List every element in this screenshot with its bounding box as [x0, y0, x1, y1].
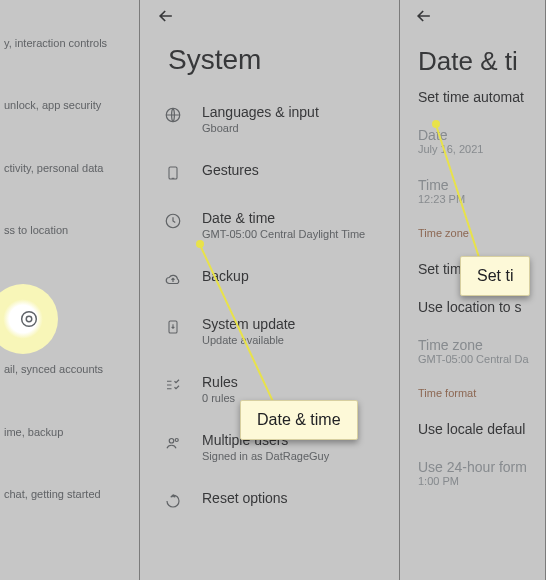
row-use-24h[interactable]: Use 24-hour form 1:00 PM — [418, 459, 545, 487]
cloud-icon — [162, 270, 184, 288]
update-icon — [162, 318, 184, 336]
svg-rect-1 — [169, 167, 177, 179]
back-arrow-icon[interactable] — [156, 6, 176, 30]
rules-icon — [162, 376, 184, 394]
row-sub: 1:00 PM — [418, 475, 545, 487]
settings-row-sub: ctivity, personal data — [4, 161, 131, 175]
settings-row[interactable]: y, interaction controls — [4, 26, 139, 60]
settings-row[interactable]: ctivity, personal data — [4, 151, 139, 185]
settings-row[interactable]: unlock, app security — [4, 88, 139, 122]
item-sub: 0 rules — [202, 392, 238, 404]
system-item-date-time[interactable]: Date & time GMT-05:00 Central Daylight T… — [140, 196, 399, 254]
settings-row-sub: ss to location — [4, 223, 131, 237]
settings-row[interactable]: ime, backup — [4, 415, 139, 449]
row-time: Time 12:23 PM — [418, 177, 545, 205]
reset-icon — [162, 492, 184, 510]
item-title: Rules — [202, 374, 238, 390]
callout-set-time: Set ti — [460, 256, 530, 296]
item-sub: Update available — [202, 334, 295, 346]
row-sub: 12:23 PM — [418, 193, 545, 205]
phone-icon — [162, 164, 184, 182]
users-icon — [162, 434, 184, 452]
globe-icon — [162, 106, 184, 124]
svg-point-8 — [22, 312, 37, 327]
page-title: System — [140, 0, 399, 90]
row-title: Use 24-hour form — [418, 459, 545, 475]
settings-row[interactable]: ss to location — [4, 213, 139, 247]
system-item-system-update[interactable]: System update Update available — [140, 302, 399, 360]
settings-row-sub: ime, backup — [4, 425, 131, 439]
item-title: Gestures — [202, 162, 259, 178]
row-title: Use locale defaul — [418, 421, 545, 437]
settings-row[interactable]: chat, getting started — [4, 477, 139, 511]
settings-row-sub: chat, getting started — [4, 487, 131, 501]
system-item-gestures[interactable]: Gestures — [140, 148, 399, 196]
item-sub: Signed in as DatRageGuy — [202, 450, 329, 462]
settings-row[interactable]: ail, synced accounts — [4, 352, 139, 386]
settings-row-sub: y, interaction controls — [4, 36, 131, 50]
row-use-location[interactable]: Use location to s — [418, 299, 545, 315]
system-panel: System Languages & input Gboard Gestures — [140, 0, 400, 580]
settings-row-sub: unlock, app security — [4, 98, 131, 112]
system-item-languages[interactable]: Languages & input Gboard — [140, 90, 399, 148]
callout-date-time: Date & time — [240, 400, 358, 440]
settings-row-sub: ail, synced accounts — [4, 362, 131, 376]
item-title: Date & time — [202, 210, 365, 226]
row-time-zone: Time zone GMT-05:00 Central Da — [418, 337, 545, 365]
section-time-zone: Time zone — [418, 227, 545, 239]
row-title: Use location to s — [418, 299, 545, 315]
svg-point-6 — [175, 439, 178, 442]
system-item-backup[interactable]: Backup — [140, 254, 399, 302]
item-sub: Gboard — [202, 122, 319, 134]
row-title: Time — [418, 177, 545, 193]
item-title: Reset options — [202, 490, 288, 506]
section-time-format: Time format — [418, 387, 545, 399]
system-icon — [18, 308, 40, 330]
row-set-time-auto[interactable]: Set time automat — [418, 89, 545, 105]
item-title: Backup — [202, 268, 249, 284]
row-use-locale[interactable]: Use locale defaul — [418, 421, 545, 437]
row-sub: July 16, 2021 — [418, 143, 545, 155]
back-arrow-icon[interactable] — [414, 6, 434, 30]
system-list: Languages & input Gboard Gestures Date &… — [140, 90, 399, 524]
item-title: System update — [202, 316, 295, 332]
row-sub: GMT-05:00 Central Da — [418, 353, 545, 365]
system-item-reset[interactable]: Reset options — [140, 476, 399, 524]
row-title: Set time automat — [418, 89, 545, 105]
clock-icon — [162, 212, 184, 230]
item-sub: GMT-05:00 Central Daylight Time — [202, 228, 365, 240]
svg-point-5 — [169, 439, 174, 444]
svg-point-7 — [26, 316, 32, 322]
row-title: Time zone — [418, 337, 545, 353]
item-title: Languages & input — [202, 104, 319, 120]
